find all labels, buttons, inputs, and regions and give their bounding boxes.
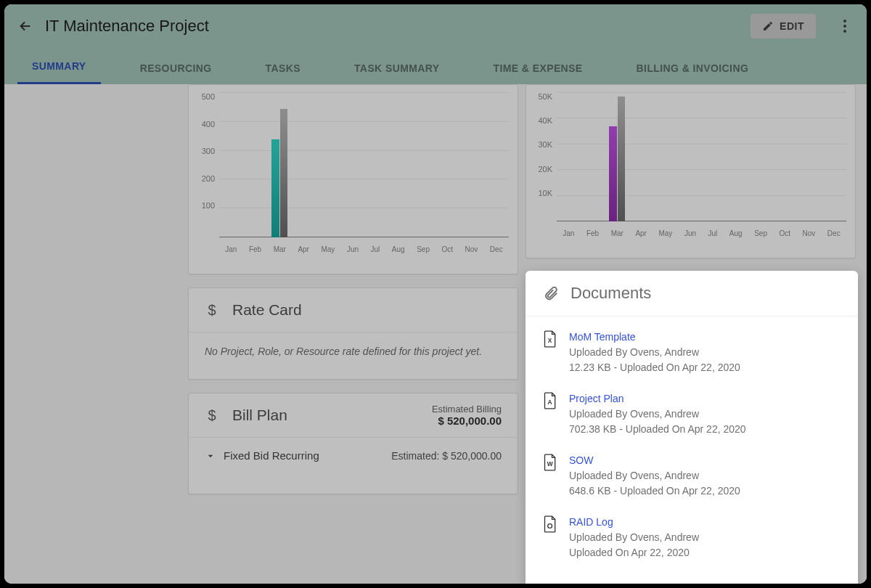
bar-slot [488,92,504,237]
x-label: Nov [465,245,478,253]
document-link[interactable]: RAID Log [569,515,699,530]
bar-slot [224,92,240,237]
document-meta: 702.38 KB - Uploaded On Apr 22, 2020 [569,422,746,437]
x-label: Jun [684,229,696,237]
y-tick: 200 [189,174,218,183]
document-uploaded-by: Uploaded By Ovens, Andrew [569,407,746,422]
attachment-icon [543,285,559,301]
bar-slot [826,92,842,221]
edit-button-label: EDIT [780,20,804,32]
bar-slot [441,92,457,237]
y-tick: 500 [189,92,218,101]
document-item: AProject PlanUploaded By Ovens, Andrew70… [543,391,841,437]
back-arrow-icon[interactable] [17,18,33,34]
bar-slot [320,92,336,237]
document-item: XMoM TemplateUploaded By Ovens, Andrew12… [543,330,841,375]
bar [280,109,288,237]
estimated-billing-amount: $ 520,000.00 [432,415,502,427]
tab-task-summary[interactable]: TASK SUMMARY [340,52,454,84]
documents-panel: Documents XMoM TemplateUploaded By Ovens… [526,271,858,584]
x-label: Aug [729,229,743,237]
bar-slot [682,92,698,221]
x-label: Jul [708,229,718,237]
page-title: IT Maintenance Project [45,17,739,36]
document-uploaded-by: Uploaded By Ovens, Andrew [569,530,699,545]
x-label: Jan [563,229,574,237]
bar-slot [609,92,625,221]
bar-slot [392,92,408,237]
tab-time-expense[interactable]: TIME & EXPENSE [479,52,597,84]
x-label: Feb [249,245,261,253]
y-tick: 10K [526,189,555,197]
bar-slot [754,92,770,221]
more-menu-button[interactable] [836,17,854,35]
app-header: IT Maintenance Project EDIT [4,4,867,48]
tab-tasks[interactable]: TASKS [251,52,315,84]
x-label: Feb [586,229,599,237]
x-label: May [658,229,672,237]
bar-slot [344,92,360,237]
chevron-down-icon [205,450,216,462]
x-label: Apr [635,229,647,237]
x-label: Jun [347,245,359,253]
y-tick: 30K [526,140,555,149]
rate-card-empty-text: No Project, Role, or Resource rate defin… [189,332,518,370]
document-uploaded-by: Uploaded By Ovens, Andrew [569,345,740,360]
x-label: May [321,245,335,253]
x-label: Aug [392,245,405,253]
bar-slot [295,92,311,237]
bar-slot [729,92,745,221]
document-meta: 12.23 KB - Uploaded On Apr 22, 2020 [569,360,740,375]
y-tick: 50K [526,92,555,101]
bar-slot [271,92,287,237]
x-label: Apr [298,245,309,253]
bar-slot [658,92,674,221]
bar-slot [417,92,433,237]
x-label: Sep [754,229,767,237]
svg-text:X: X [548,337,552,344]
x-label: Mar [274,245,286,253]
chart-card-right: 50K40K30K20K10K JanFebMarAprMayJunJulAug… [526,84,856,258]
tab-resourcing[interactable]: RESOURCING [126,52,226,84]
bill-plan-title: Bill Plan [232,407,432,424]
x-label: Sep [417,245,430,253]
bar-slot [465,92,481,237]
bar-slot [585,92,601,221]
dollar-icon: $ [205,407,219,424]
x-label: Dec [827,229,841,237]
content-area: 500400300200100 JanFebMarAprMayJunJulAug… [4,84,867,584]
document-link[interactable]: SOW [569,453,740,468]
more-vertical-icon [843,25,846,28]
y-tick: 40K [526,116,555,125]
bar [609,126,617,221]
x-label: Jul [371,245,380,253]
bar-slot [633,92,649,221]
bar-slot [778,92,794,221]
bill-plan-row[interactable]: Fixed Bid Recurring Estimated: $ 520,000… [189,438,518,473]
rate-card: $ Rate Card No Project, Role, or Resourc… [188,287,518,380]
bar-slot [802,92,818,221]
file-generic-icon [543,515,557,533]
documents-title: Documents [571,284,651,303]
bill-plan-card: $ Bill Plan Estimated Billing $ 520,000.… [188,393,518,494]
tab-summary[interactable]: SUMMARY [17,50,101,84]
x-label: Oct [779,229,790,237]
x-label: Dec [490,245,503,253]
bar-slot [561,92,577,221]
chart-card-left: 500400300200100 JanFebMarAprMayJunJulAug… [188,84,518,274]
estimated-billing-label: Estimated Billing [432,404,502,415]
svg-text:W: W [547,460,553,467]
document-link[interactable]: Project Plan [569,391,746,407]
bar [618,97,626,221]
x-label: Jan [225,245,237,253]
tab-billing-invoicing[interactable]: BILLING & INVOICING [622,52,764,84]
svg-text:A: A [548,399,552,406]
x-label: Nov [803,229,816,237]
document-meta: 648.6 KB - Uploaded On Apr 22, 2020 [569,483,740,499]
pencil-icon [762,20,774,32]
file-doc-icon: W [543,454,557,471]
document-link[interactable]: MoM Template [569,330,740,345]
dollar-icon: $ [205,302,219,319]
edit-button[interactable]: EDIT [751,14,816,38]
bar-slot [368,92,384,237]
